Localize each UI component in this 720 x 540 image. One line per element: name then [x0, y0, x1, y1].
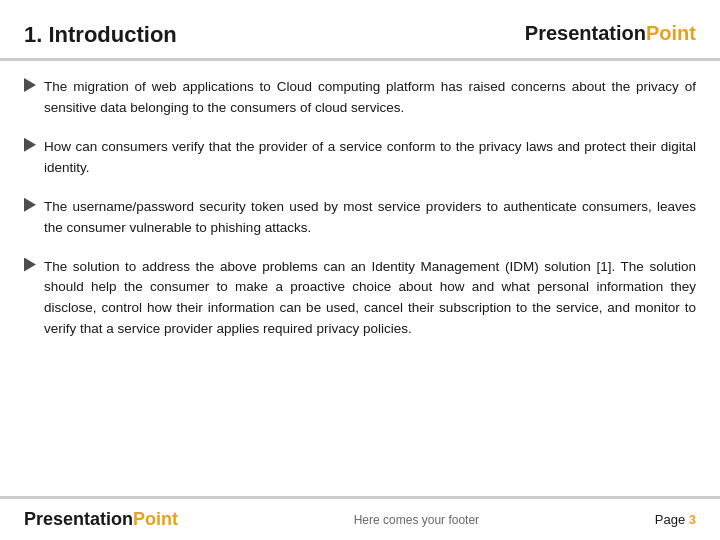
bullet-item-3: The username/password security token use…	[24, 197, 696, 239]
bullet-text-2: How can consumers verify that the provid…	[44, 137, 696, 179]
bullet-marker-2	[24, 138, 36, 152]
header-brand-logo: PresentationPoint	[525, 18, 696, 45]
bullet-item-2: How can consumers verify that the provid…	[24, 137, 696, 179]
bullet-text-4: The solution to address the above proble…	[44, 257, 696, 341]
bullet-text-3: The username/password security token use…	[44, 197, 696, 239]
footer-brand-logo: PresentationPoint	[24, 509, 178, 530]
bullet-marker-4	[24, 258, 36, 272]
footer-page-info: Page 3	[655, 512, 696, 527]
bullet-item-4: The solution to address the above proble…	[24, 257, 696, 341]
footer-page-label: Page	[655, 512, 685, 527]
slide-footer: PresentationPoint Here comes your footer…	[0, 496, 720, 540]
header-brand-point: Point	[646, 22, 696, 45]
header-brand-presentation: Presentation	[525, 22, 646, 45]
slide-title: 1. Introduction	[24, 18, 177, 48]
footer-center-text: Here comes your footer	[354, 513, 479, 527]
slide-container: 1. Introduction PresentationPoint The mi…	[0, 0, 720, 540]
slide-content: The migration of web applications to Clo…	[0, 61, 720, 496]
bullet-marker-1	[24, 78, 36, 92]
footer-page-number: 3	[689, 512, 696, 527]
bullet-marker-3	[24, 198, 36, 212]
bullet-item-1: The migration of web applications to Clo…	[24, 77, 696, 119]
bullet-text-1: The migration of web applications to Clo…	[44, 77, 696, 119]
footer-brand-point: Point	[133, 509, 178, 530]
slide-header: 1. Introduction PresentationPoint	[0, 0, 720, 61]
footer-brand-presentation: Presentation	[24, 509, 133, 530]
